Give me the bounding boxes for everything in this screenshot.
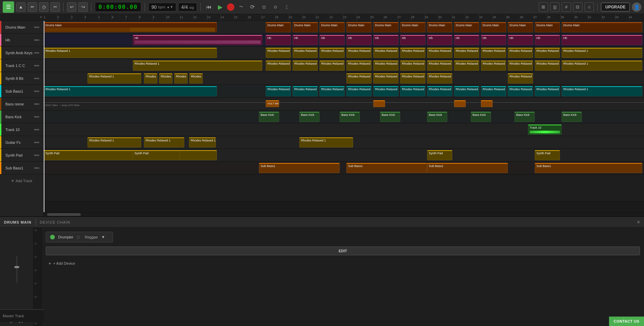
track-header-bass-reese[interactable]: Bass reese <box>0 98 43 110</box>
clip-hh-2[interactable]: Hh <box>266 35 291 45</box>
clip-bass-reese-4[interactable] <box>481 100 493 107</box>
clip-hh-12[interactable]: Hh <box>535 35 560 45</box>
track-header-track1cc[interactable]: Track 1 C C <box>0 59 43 72</box>
clip-sub-bass1a-7[interactable]: Rhodes Relaxed 1 <box>400 86 425 96</box>
clip-hh-10[interactable]: Hh <box>481 35 506 45</box>
clip-synth-amb-2[interactable]: Rhodes Relaxed 1 <box>266 48 291 58</box>
horizontal-scrollbar[interactable] <box>44 212 644 216</box>
clip-hh-6[interactable]: Hh <box>373 35 399 45</box>
clip-track1cc-10[interactable]: Rhodes Relaxed 1 <box>481 61 506 71</box>
clip-synth-amb-10[interactable]: Rhodes Relaxed 1 <box>481 48 506 58</box>
metronome-button[interactable]: ⌶ <box>282 2 292 12</box>
clip-sub-bass1a-5[interactable]: Rhodes Relaxed 1 <box>346 86 372 96</box>
clip-bass-kick-7[interactable]: Bass Kick <box>515 112 535 122</box>
clip-sub-bass1a-11[interactable]: Rhodes Relaxed 1 <box>508 86 533 96</box>
clip-track1cc-11[interactable]: Rhodes Relaxed 1 <box>508 61 533 71</box>
piano-btn[interactable]: ♫ <box>584 2 594 12</box>
track-knob-drums-main[interactable] <box>34 27 39 28</box>
track-lane-hh[interactable]: Hh Hh Hh Hh Hh Hh Hh Hh Hh Hh Hh Hh Hh <box>44 34 644 46</box>
track-knob-sub-bass1b[interactable] <box>34 167 39 169</box>
track-knob-synth-amb[interactable] <box>34 52 39 54</box>
clip-synth-amb-9[interactable]: Rhodes Relaxed 1 <box>454 48 479 58</box>
track-lane-track10[interactable]: Track 10 <box>44 123 644 136</box>
clip-drums-main-6[interactable]: Drums Main <box>373 22 399 32</box>
play-button[interactable]: ▶ <box>216 2 225 12</box>
clip-sub-bass1a-2[interactable]: Rhodes Relaxed 1 <box>266 86 291 96</box>
contact-us-button[interactable]: CONTACT US <box>609 317 644 326</box>
punch-in-button[interactable]: ⊡ <box>259 2 269 12</box>
clip-drums-main-7[interactable]: Drums Main <box>400 22 425 32</box>
eq-btn[interactable]: ||| <box>550 2 560 12</box>
clip-track10-1[interactable]: Track 10 <box>528 125 562 135</box>
clip-guitar-fx-1[interactable]: Rhodes Relaxed 1 <box>87 137 141 148</box>
clip-drums-main-8[interactable]: Drums Main <box>427 22 452 32</box>
track-header-sub-bass1a[interactable]: Sub Bass1 <box>0 85 43 98</box>
scissors-tool[interactable]: ✂ <box>50 2 60 12</box>
track-lane-synth-pad[interactable]: Synth Pad Synth Pad Synth Pad Synth Pad <box>44 149 644 162</box>
clip-sub-bass1a-4[interactable]: Rhodes Relaxed 1 <box>319 86 345 96</box>
clip-track1cc-6[interactable]: Rhodes Relaxed 1 <box>373 61 399 71</box>
track-header-bass-kick[interactable]: Bass Kick <box>0 110 43 123</box>
clip-track1cc-3[interactable]: Rhodes Relaxed 1 <box>293 61 318 71</box>
clip-track1cc-9[interactable]: Rhodes Relaxed 1 <box>454 61 479 71</box>
track-knob-guitar-fx[interactable] <box>34 142 39 143</box>
clip-track1cc-7[interactable]: Rhodes Relaxed 1 <box>400 61 425 71</box>
user-avatar[interactable]: 👤 <box>632 2 641 12</box>
clip-guitar-fx-4[interactable]: Rhodes Relaxed 1 <box>299 137 353 148</box>
clip-drums-main-5[interactable]: Drums Main <box>346 22 372 32</box>
clip-synth-amb-4[interactable]: Rhodes Relaxed 1 <box>319 48 345 58</box>
clip-bass-reese-1[interactable]: VOLT Mini <box>266 100 279 107</box>
clip-synth8bit-2[interactable]: Rhodes <box>144 73 157 84</box>
upgrade-button[interactable]: UPGRADE <box>601 3 630 11</box>
clip-sub-bass1a-10[interactable]: Rhodes Relaxed 1 <box>481 86 506 96</box>
clip-bass-kick-2[interactable]: Bass Kick <box>299 112 319 122</box>
edit-button[interactable]: EDIT <box>46 247 640 255</box>
rewind-button[interactable]: ⏮ <box>204 2 214 12</box>
track-header-synth-pad[interactable]: Synth Pad <box>0 149 43 162</box>
clip-synth8bit-8[interactable]: Rhodes Relaxed 1 <box>400 73 425 84</box>
track-lane-bass-reese[interactable]: VOLT Mini VOLT Mini → Amp LFO Rate <box>44 98 644 110</box>
track-lane-bass-kick[interactable]: Bass Kick Bass Kick Bass Kick Bass Kick … <box>44 110 644 123</box>
scrollbar-thumb[interactable] <box>47 213 81 216</box>
monitor-btn[interactable]: ⊞ <box>539 2 548 12</box>
clip-hh-5[interactable]: Hh <box>346 35 372 45</box>
clip-guitar-fx-2[interactable]: Rhodes Relaxed 1 <box>144 137 184 148</box>
clip-bass-kick-1[interactable]: Bass Kick <box>259 112 279 122</box>
close-panel-button[interactable]: × <box>637 219 640 225</box>
clip-synth-amb-6[interactable]: Rhodes Relaxed 1 <box>373 48 399 58</box>
clip-hh-4[interactable]: Hh <box>319 35 345 45</box>
cursor-tool[interactable]: ▲ <box>16 2 26 12</box>
clip-synth8bit-9[interactable]: Rhodes Relaxed 2 <box>427 73 452 84</box>
clip-hh-11[interactable]: Hh <box>508 35 533 45</box>
clip-sub-bass1b-2[interactable]: Sub Bass1 <box>346 163 427 173</box>
clip-sub-bass1a-8[interactable]: Rhodes Relaxed 1 <box>427 86 452 96</box>
clip-bass-kick-4[interactable]: Bass Kick <box>380 112 400 122</box>
track-lane-synth-amb[interactable]: Rhodes Relaxed 1 Rhodes Relaxed 1 Rhodes… <box>44 46 644 59</box>
track-knob-sub-bass1a[interactable] <box>34 91 39 92</box>
clip-track1cc-5[interactable]: Rhodes Relaxed 1 <box>346 61 372 71</box>
clip-drums-main-2[interactable]: Drums Main <box>266 22 291 32</box>
clip-synth-pad-4[interactable]: Synth Pad <box>535 150 560 160</box>
clip-synth8bit-3[interactable]: Rhodes <box>159 73 173 84</box>
clip-track1cc-12[interactable]: Rhodes Relaxed 1 <box>535 61 560 71</box>
clip-bass-kick-6[interactable]: Bass Kick <box>471 112 491 122</box>
undo-button[interactable]: ↩ <box>67 2 76 12</box>
clip-drums-main-9[interactable]: Drums Main <box>454 22 479 32</box>
track-header-hh[interactable]: Hh <box>0 34 43 46</box>
clip-hh-13[interactable]: Hh <box>562 35 642 45</box>
clip-synth8bit-4[interactable]: Rhodes <box>174 73 188 84</box>
clip-drums-main-13[interactable]: Drums Main <box>562 22 642 32</box>
clip-track1cc-8[interactable]: Rhodes Relaxed 1 <box>427 61 452 71</box>
track-knob-bass-reese[interactable] <box>34 103 39 105</box>
track-knob-hh[interactable] <box>34 39 39 41</box>
track-header-track10[interactable]: Track 10 <box>0 123 43 136</box>
track-knob-bass-kick[interactable] <box>34 116 39 118</box>
track-knob-track10[interactable] <box>34 129 39 130</box>
clip-bass-kick-8[interactable]: Bass Kick <box>562 112 582 122</box>
device-dropdown-arrow[interactable]: ▼ <box>101 235 105 239</box>
clip-sub-bass1a-12[interactable]: Rhodes Relaxed 1 <box>535 86 560 96</box>
clip-synth-amb-13[interactable]: Rhodes Relaxed 1 <box>562 48 642 58</box>
add-device-button[interactable]: + + Add Device <box>46 259 640 267</box>
clip-synth8bit-10[interactable]: Rhodes Relaxed 1 <box>508 73 533 84</box>
track-header-synth8bit[interactable]: Synth 8 Bit <box>0 72 43 85</box>
